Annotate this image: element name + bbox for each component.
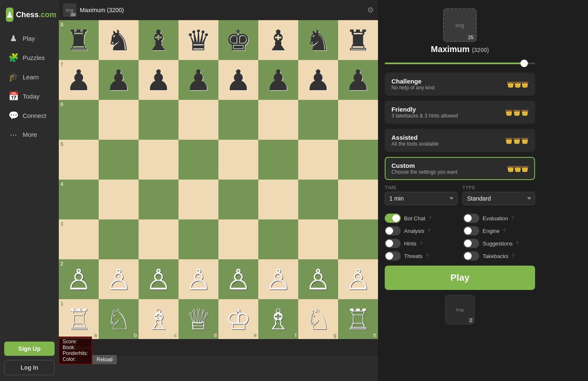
- toggle-switch-suggestions[interactable]: [463, 239, 479, 248]
- help-icon[interactable]: ?: [428, 228, 430, 233]
- square-e4[interactable]: [218, 180, 258, 219]
- signup-button[interactable]: Sign Up: [4, 342, 55, 356]
- sidebar-item-more[interactable]: ··· More: [3, 125, 56, 144]
- square-b2[interactable]: ♙: [99, 259, 139, 299]
- square-b6[interactable]: [99, 100, 139, 140]
- square-b1[interactable]: b♘: [99, 299, 139, 339]
- square-c6[interactable]: [139, 100, 178, 140]
- piece-♔-e1[interactable]: ♔: [226, 305, 251, 334]
- square-b5[interactable]: [99, 140, 139, 180]
- piece-♝-c8[interactable]: ♝: [146, 26, 171, 55]
- time-select[interactable]: 1 min 3 min 5 min 10 min 30 min: [385, 192, 457, 205]
- square-f1[interactable]: f♗: [258, 299, 298, 339]
- square-e5[interactable]: [218, 140, 258, 180]
- square-c4[interactable]: [139, 180, 178, 219]
- help-icon[interactable]: ?: [429, 216, 431, 221]
- square-f2[interactable]: ♙: [258, 259, 298, 299]
- square-f6[interactable]: [258, 100, 298, 140]
- mode-card-custom[interactable]: Custom Choose the settings you want 👑👑👑: [385, 157, 535, 180]
- piece-♗-c1[interactable]: ♗: [146, 305, 171, 334]
- square-a2[interactable]: 2♙: [59, 259, 99, 299]
- square-d2[interactable]: ♙: [178, 259, 218, 299]
- piece-♟-a7[interactable]: ♟: [66, 66, 92, 94]
- piece-♟-d7[interactable]: ♟: [186, 66, 211, 94]
- square-h6[interactable]: [338, 100, 378, 140]
- square-f7[interactable]: ♟: [258, 60, 298, 100]
- square-d3[interactable]: [178, 219, 218, 259]
- piece-♕-d1[interactable]: ♕: [186, 305, 211, 334]
- piece-♙-d2[interactable]: ♙: [186, 265, 211, 294]
- piece-♛-d8[interactable]: ♛: [186, 26, 211, 55]
- mode-card-assisted[interactable]: Assisted All the tools available 👑 👑 👑: [385, 129, 535, 152]
- type-select[interactable]: Standard Chess960 King of the Hill: [462, 192, 535, 205]
- piece-♘-g1[interactable]: ♘: [305, 305, 331, 334]
- square-g7[interactable]: ♟: [298, 60, 338, 100]
- logo[interactable]: ♟ Chess.com: [0, 4, 59, 29]
- play-button[interactable]: Play: [385, 266, 535, 290]
- piece-♙-h2[interactable]: ♙: [345, 265, 371, 294]
- square-c1[interactable]: c♗: [139, 299, 178, 339]
- sidebar-item-puzzles[interactable]: 🧩 Puzzles: [3, 48, 56, 67]
- square-c8[interactable]: ♝: [139, 20, 178, 60]
- square-g1[interactable]: g♘: [298, 299, 338, 339]
- square-h8[interactable]: ♜: [338, 20, 378, 60]
- square-f3[interactable]: [258, 219, 298, 259]
- square-c7[interactable]: ♟: [139, 60, 178, 100]
- toggle-switch-takebacks[interactable]: [463, 251, 479, 261]
- square-c3[interactable]: [139, 219, 178, 259]
- square-h2[interactable]: ♙: [338, 259, 378, 299]
- square-c2[interactable]: ♙: [139, 259, 178, 299]
- square-b3[interactable]: [99, 219, 139, 259]
- piece-♝-f8[interactable]: ♝: [265, 26, 291, 55]
- help-icon[interactable]: ?: [426, 253, 428, 258]
- square-b4[interactable]: [99, 180, 139, 219]
- square-f4[interactable]: [258, 180, 298, 219]
- help-icon[interactable]: ?: [420, 241, 423, 246]
- square-a7[interactable]: 7♟: [59, 60, 99, 100]
- square-a1[interactable]: 1a♖: [59, 299, 99, 339]
- sidebar-item-play[interactable]: ♟ Play: [3, 29, 56, 47]
- square-g3[interactable]: [298, 219, 338, 259]
- piece-♙-b2[interactable]: ♙: [106, 265, 131, 294]
- square-d5[interactable]: [178, 140, 218, 180]
- piece-♞-g8[interactable]: ♞: [305, 26, 331, 55]
- piece-♙-f2[interactable]: ♙: [265, 265, 291, 294]
- square-g2[interactable]: ♙: [298, 259, 338, 299]
- square-h1[interactable]: h♖: [338, 299, 378, 339]
- square-e1[interactable]: e♔: [218, 299, 258, 339]
- piece-♟-e7[interactable]: ♟: [226, 66, 251, 94]
- piece-♖-h1[interactable]: ♖: [345, 305, 371, 334]
- square-b7[interactable]: ♟: [99, 60, 139, 100]
- piece-♟-b7[interactable]: ♟: [106, 66, 131, 94]
- help-icon[interactable]: ?: [516, 241, 519, 246]
- square-e7[interactable]: ♟: [218, 60, 258, 100]
- piece-♟-c7[interactable]: ♟: [146, 66, 171, 94]
- piece-♜-a8[interactable]: ♜: [66, 26, 92, 55]
- mode-card-friendly[interactable]: Friendly 3 takebacks & 3 hints allowed 👑…: [385, 101, 535, 124]
- piece-♜-h8[interactable]: ♜: [345, 26, 371, 55]
- square-d7[interactable]: ♟: [178, 60, 218, 100]
- square-c5[interactable]: [139, 140, 178, 180]
- piece-♟-f7[interactable]: ♟: [265, 66, 291, 94]
- piece-♘-b1[interactable]: ♘: [106, 305, 131, 334]
- piece-♞-b8[interactable]: ♞: [106, 26, 131, 55]
- piece-♗-f1[interactable]: ♗: [265, 305, 291, 334]
- square-a5[interactable]: 5: [59, 140, 99, 180]
- square-h3[interactable]: [338, 219, 378, 259]
- square-g6[interactable]: [298, 100, 338, 140]
- sidebar-item-learn[interactable]: 🎓 Learn: [3, 68, 56, 86]
- sidebar-item-today[interactable]: 📅 Today: [3, 87, 56, 105]
- piece-♚-e8[interactable]: ♚: [226, 26, 251, 55]
- square-b8[interactable]: ♞: [99, 20, 139, 60]
- settings-icon[interactable]: ⚙: [367, 5, 374, 15]
- square-g5[interactable]: [298, 140, 338, 180]
- difficulty-slider[interactable]: [385, 63, 535, 64]
- help-icon[interactable]: ?: [512, 216, 514, 221]
- square-d8[interactable]: ♛: [178, 20, 218, 60]
- square-g8[interactable]: ♞: [298, 20, 338, 60]
- square-h7[interactable]: ♟: [338, 60, 378, 100]
- piece-♙-g2[interactable]: ♙: [305, 265, 331, 294]
- square-g4[interactable]: [298, 180, 338, 219]
- square-a6[interactable]: 6: [59, 100, 99, 140]
- square-f5[interactable]: [258, 140, 298, 180]
